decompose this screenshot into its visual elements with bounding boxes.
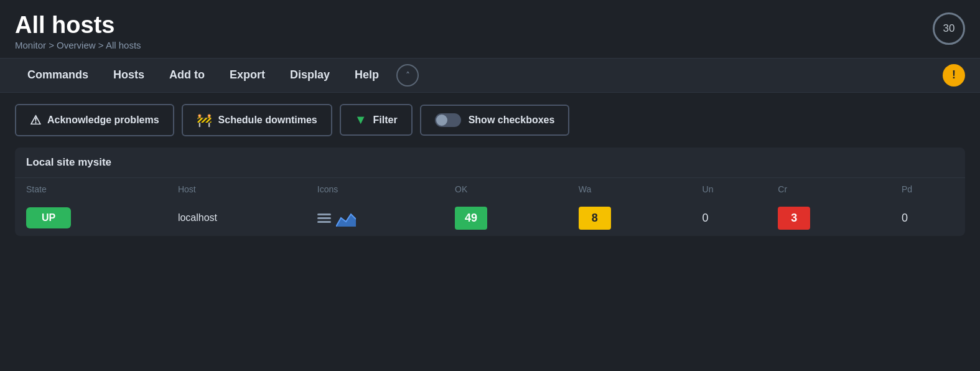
nav-item-export[interactable]: Export <box>217 59 278 92</box>
site-section-title: Local site mysite <box>15 148 965 178</box>
show-checkboxes-label: Show checkboxes <box>469 115 555 126</box>
hosts-table: State Host Icons OK Wa Un Cr Pd UP local… <box>15 178 965 236</box>
chart-icon[interactable] <box>336 209 356 227</box>
site-section: Local site mysite State Host Icons OK Wa… <box>15 148 965 236</box>
col-header-cr: Cr <box>767 178 890 200</box>
navbar: Commands Hosts Add to Export Display Hel… <box>0 58 980 93</box>
cone-icon: 🚧 <box>197 113 212 128</box>
acknowledge-problems-button[interactable]: ⚠ Acknowledge problems <box>15 104 174 136</box>
host-warn-cell: 8 <box>567 200 691 236</box>
col-header-un: Un <box>691 178 767 200</box>
col-header-pd: Pd <box>890 178 965 200</box>
host-icons-cell <box>306 200 444 236</box>
hamburger-icon[interactable] <box>317 214 331 223</box>
col-header-state: State <box>15 178 167 200</box>
filter-icon: ▼ <box>355 113 367 127</box>
host-ok-cell: 49 <box>444 200 567 236</box>
host-state-cell: UP <box>15 200 167 236</box>
warning-triangle-icon: ⚠ <box>30 113 41 128</box>
host-pending-cell: 0 <box>890 200 965 236</box>
filter-button[interactable]: ▼ Filter <box>340 104 413 136</box>
nav-item-hosts[interactable]: Hosts <box>101 59 157 92</box>
filter-label: Filter <box>373 115 398 126</box>
show-checkboxes-button[interactable]: Show checkboxes <box>420 105 570 136</box>
schedule-downtimes-button[interactable]: 🚧 Schedule downtimes <box>182 104 332 136</box>
toolbar: ⚠ Acknowledge problems 🚧 Schedule downti… <box>0 93 980 148</box>
main-content: Local site mysite State Host Icons OK Wa… <box>0 148 980 251</box>
checkboxes-toggle-switch[interactable] <box>435 113 461 127</box>
col-header-wa: Wa <box>567 178 691 200</box>
chevron-up-icon: ˄ <box>406 70 410 80</box>
page-header: All hosts Monitor > Overview > All hosts… <box>0 0 980 58</box>
nav-item-display[interactable]: Display <box>278 59 342 92</box>
warn-count-badge[interactable]: 8 <box>579 207 611 230</box>
host-name-cell[interactable]: localhost <box>167 200 306 236</box>
table-header-row: State Host Icons OK Wa Un Cr Pd <box>15 178 965 200</box>
schedule-downtimes-label: Schedule downtimes <box>218 115 317 126</box>
status-badge-up: UP <box>26 207 71 228</box>
col-header-host: Host <box>167 178 306 200</box>
col-header-icons: Icons <box>306 178 444 200</box>
pending-count: 0 <box>902 212 908 224</box>
acknowledge-problems-label: Acknowledge problems <box>47 115 159 126</box>
nav-alert-button[interactable]: ! <box>943 64 965 87</box>
table-row: UP localhost <box>15 200 965 236</box>
host-crit-cell: 3 <box>767 200 890 236</box>
unknown-count: 0 <box>702 212 709 224</box>
alert-icon: ! <box>952 68 956 82</box>
col-header-ok: OK <box>444 178 567 200</box>
nav-item-add-to[interactable]: Add to <box>157 59 217 92</box>
nav-item-commands[interactable]: Commands <box>15 59 101 92</box>
crit-count-badge[interactable]: 3 <box>778 207 810 230</box>
refresh-timer[interactable]: 30 <box>933 12 965 45</box>
nav-collapse-button[interactable]: ˄ <box>396 64 419 87</box>
nav-item-help[interactable]: Help <box>342 59 391 92</box>
page-title: All hosts <box>15 12 965 39</box>
breadcrumb: Monitor > Overview > All hosts <box>15 40 965 50</box>
ok-count-badge[interactable]: 49 <box>455 207 487 230</box>
host-unknown-cell: 0 <box>691 200 767 236</box>
host-icon-group <box>317 209 432 227</box>
